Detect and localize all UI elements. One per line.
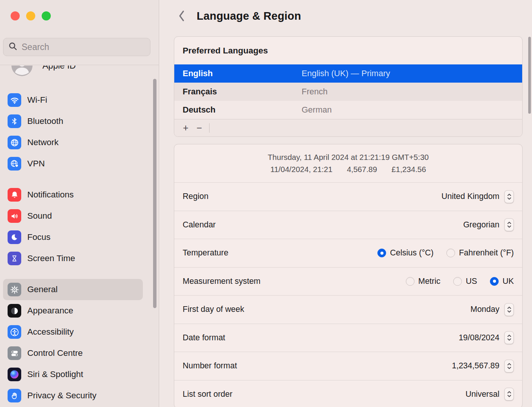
radio-option-uk[interactable]: UK	[490, 277, 514, 286]
sidebar-search-area	[0, 38, 159, 65]
setting-value: 1,234,567.89	[452, 361, 499, 371]
radio-option-metric[interactable]: Metric	[406, 277, 441, 286]
sidebar-item-privacy[interactable]: Privacy & Security	[3, 385, 143, 406]
setting-row-date-format: Date format19/08/2024	[174, 324, 522, 352]
setting-row-first-day-of-week: First day of weekMonday	[174, 295, 522, 324]
setting-control: 1,234,567.89	[452, 360, 514, 373]
sidebar-item-wifi[interactable]: Wi-Fi	[3, 89, 143, 111]
radio-option-label: Fahrenheit (°F)	[459, 248, 514, 258]
zoom-window-button[interactable]	[42, 11, 51, 20]
setting-label: Calendar	[183, 220, 216, 230]
language-row-english[interactable]: EnglishEnglish (UK) — Primary	[174, 64, 522, 83]
radio-selected-icon[interactable]	[377, 249, 386, 257]
language-detail: German	[302, 105, 332, 115]
preferred-languages-title: Preferred Languages	[174, 37, 522, 64]
main-pane: Language & Region Preferred Languages En…	[159, 0, 532, 407]
language-list: EnglishEnglish (UK) — PrimaryFrançaisFre…	[174, 64, 522, 119]
stepper-control[interactable]	[504, 218, 514, 231]
radio-option-label: Metric	[418, 277, 441, 286]
stepper-control[interactable]	[504, 331, 514, 344]
search-field[interactable]	[3, 38, 150, 56]
setting-label: Measurement system	[183, 277, 261, 286]
radio-option-label: US	[466, 277, 477, 286]
sidebar-scroll-area: Apple ID Wi-FiBluetoothNetworkVPNNotific…	[0, 66, 159, 407]
search-input[interactable]	[22, 42, 146, 52]
sidebar-group: GeneralAppearanceAccessibilityControl Ce…	[3, 279, 143, 406]
appearance-icon	[8, 304, 21, 318]
sidebar-item-sound[interactable]: Sound	[3, 205, 143, 227]
radio-unselected-icon[interactable]	[453, 277, 462, 286]
sidebar-item-siri[interactable]: Siri & Spotlight	[3, 364, 143, 385]
apple-id-label: Apple ID	[42, 66, 76, 71]
setting-row-region: RegionUnited Kingdom	[174, 182, 522, 211]
setting-control: MetricUSUK	[406, 277, 514, 286]
radio-unselected-icon[interactable]	[406, 277, 415, 286]
add-language-button[interactable]: +	[179, 122, 192, 134]
sidebar-item-label: Appearance	[27, 306, 73, 316]
stepper-control[interactable]	[504, 360, 514, 373]
setting-value: Monday	[471, 305, 500, 314]
sidebar-item-label: Notifications	[27, 190, 74, 200]
stepper-control[interactable]	[504, 388, 514, 401]
radio-option-fahrenheit-f[interactable]: Fahrenheit (°F)	[446, 248, 514, 258]
sidebar-item-accessibility[interactable]: Accessibility	[3, 321, 143, 343]
setting-value: Gregorian	[463, 220, 499, 230]
page-header: Language & Region	[159, 0, 532, 36]
siri-icon	[8, 368, 21, 381]
system-settings-window: Apple ID Wi-FiBluetoothNetworkVPNNotific…	[0, 0, 532, 407]
bluetooth-icon	[8, 114, 21, 128]
content-scrollbar[interactable]	[528, 37, 531, 114]
preview-numbers: 11/04/2024, 21:214,567.89£1,234.56	[174, 165, 522, 174]
stepper-control[interactable]	[504, 190, 514, 203]
sidebar-item-label: Network	[27, 138, 59, 147]
language-name: English	[183, 69, 302, 78]
radio-selected-icon[interactable]	[490, 277, 499, 286]
sidebar-item-general[interactable]: General	[3, 279, 143, 300]
setting-label: First day of week	[183, 305, 244, 314]
hourglass-icon	[8, 252, 21, 265]
radio-unselected-icon[interactable]	[446, 249, 455, 257]
minimize-window-button[interactable]	[26, 11, 35, 20]
setting-label: List sort order	[183, 390, 232, 399]
language-row-fran-ais[interactable]: FrançaisFrench	[174, 83, 522, 101]
sidebar-item-network[interactable]: Network	[3, 132, 143, 153]
language-toolbar: + −	[174, 119, 522, 136]
toolbar-divider	[209, 123, 210, 133]
sidebar-nav: Wi-FiBluetoothNetworkVPNNotificationsSou…	[3, 89, 143, 406]
language-row-deutsch[interactable]: DeutschGerman	[174, 101, 522, 119]
settings-content: Preferred Languages EnglishEnglish (UK) …	[159, 36, 532, 407]
preferred-languages-card: Preferred Languages EnglishEnglish (UK) …	[174, 36, 523, 137]
sidebar: Apple ID Wi-FiBluetoothNetworkVPNNotific…	[0, 0, 159, 407]
back-button[interactable]	[178, 10, 185, 22]
preview-number: 11/04/2024, 21:21	[271, 165, 333, 174]
remove-language-button[interactable]: −	[192, 122, 206, 134]
globe-icon	[8, 136, 21, 149]
sidebar-scrollbar[interactable]	[153, 79, 156, 308]
format-preview: Thursday, 11 April 2024 at 21:21:19 GMT+…	[174, 144, 522, 182]
close-window-button[interactable]	[11, 11, 20, 20]
sidebar-item-apple-id[interactable]: Apple ID	[3, 66, 143, 77]
sidebar-item-notifications[interactable]: Notifications	[3, 184, 143, 205]
radio-option-celsius-c[interactable]: Celsius (°C)	[377, 248, 433, 258]
setting-value: Universal	[465, 390, 499, 399]
sidebar-item-focus[interactable]: Focus	[3, 227, 143, 248]
language-name: Français	[183, 87, 302, 97]
setting-control: Celsius (°C)Fahrenheit (°F)	[377, 248, 514, 258]
sidebar-item-vpn[interactable]: VPN	[3, 153, 143, 174]
radio-option-label: UK	[502, 277, 514, 286]
preview-number: £1,234.56	[391, 165, 426, 174]
stepper-control[interactable]	[504, 303, 514, 316]
window-controls	[0, 0, 159, 20]
sidebar-item-bluetooth[interactable]: Bluetooth	[3, 111, 143, 132]
accessibility-icon	[8, 325, 21, 339]
setting-row-measurement-system: Measurement systemMetricUSUK	[174, 267, 522, 296]
preview-datetime: Thursday, 11 April 2024 at 21:21:19 GMT+…	[174, 153, 522, 162]
sidebar-item-screen-time[interactable]: Screen Time	[3, 248, 143, 269]
sidebar-item-control-centre[interactable]: Control Centre	[3, 343, 143, 364]
sidebar-item-label: Sound	[27, 211, 52, 221]
setting-value: 19/08/2024	[458, 333, 499, 343]
radio-option-us[interactable]: US	[453, 277, 477, 286]
moon-icon	[8, 230, 21, 244]
sidebar-item-appearance[interactable]: Appearance	[3, 300, 143, 321]
sidebar-item-label: VPN	[27, 159, 45, 169]
